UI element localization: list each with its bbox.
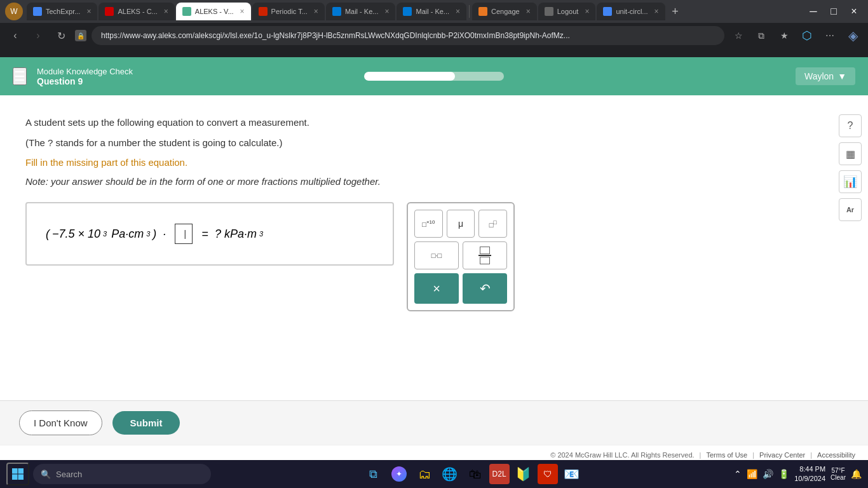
minimize-button[interactable]: ─	[804, 3, 822, 20]
taskview-button[interactable]: ⧉	[362, 463, 385, 485]
copilot-taskbar-button[interactable]: ✦	[388, 463, 410, 485]
superscript-button[interactable]: □□	[478, 210, 507, 238]
privacy-link[interactable]: Privacy Center	[759, 451, 805, 459]
close-button[interactable]: ×	[845, 3, 863, 20]
tab-groups-button[interactable]: ⧉	[752, 27, 770, 44]
tab-mail1[interactable]: Mail - Ke... ×	[326, 3, 396, 20]
tab-logout[interactable]: Logout ×	[538, 3, 596, 20]
svg-rect-3	[18, 475, 24, 480]
temperature: 57°F	[831, 467, 844, 474]
tab-close[interactable]: ×	[240, 7, 245, 16]
multiply-units-button[interactable]: □·□	[414, 241, 459, 269]
tab-cengage[interactable]: Cengage ×	[472, 3, 537, 20]
back-button[interactable]: ‹	[6, 27, 24, 44]
reload-button[interactable]: ↻	[52, 27, 70, 44]
tab-close[interactable]: ×	[384, 7, 389, 16]
weather-info: 57°F Clear	[831, 467, 846, 481]
mu-button[interactable]: μ	[447, 210, 475, 238]
start-button[interactable]	[6, 463, 29, 485]
submit-button[interactable]: Submit	[112, 411, 180, 435]
toolbar-row-1: □×10 μ □□	[414, 210, 507, 238]
tab-aleks-c[interactable]: ALEKS - C... ×	[98, 3, 174, 20]
file-explorer-button[interactable]: 🗂	[413, 463, 436, 485]
tab-close[interactable]: ×	[456, 7, 460, 16]
edge-browser-button[interactable]: 🌐	[438, 463, 461, 485]
menu-button[interactable]: ☰	[13, 67, 27, 85]
taskbar-apps: ⧉ ✦ 🗂 🌐 🛍 D2L 🔰 🛡 📧	[215, 463, 730, 485]
extra-app2[interactable]: 🔰	[512, 463, 535, 485]
svg-rect-0	[12, 468, 18, 474]
tab-periodic[interactable]: Periodic T... ×	[252, 3, 325, 20]
clear-button[interactable]: ×	[414, 273, 459, 304]
question-line1: A student sets up the following equation…	[25, 114, 843, 131]
user-menu-button[interactable]: Waylon ▼	[796, 67, 855, 85]
question-line3: Fill in the missing part of this equatio…	[25, 154, 843, 171]
extra-app3[interactable]: 🛡	[538, 464, 558, 484]
result-text: ? kPa·m	[215, 227, 257, 241]
extensions-button[interactable]: ⋯	[821, 27, 839, 44]
right-sidebar: ? ▦ 📊 Ar	[839, 114, 862, 221]
answer-input-box[interactable]	[175, 224, 193, 244]
search-icon: 🔍	[41, 470, 51, 479]
tab-close[interactable]: ×	[86, 7, 91, 16]
tab-aleks-v[interactable]: ALEKS - V... ×	[176, 3, 251, 20]
new-tab-button[interactable]: +	[667, 3, 684, 20]
footer-sep2: |	[752, 451, 754, 459]
tray-clock[interactable]: 8:44 PM 10/9/2024	[794, 464, 825, 484]
footer-sep1: |	[700, 451, 702, 459]
tray-volume-icon[interactable]: 🔊	[763, 469, 773, 479]
undo-button[interactable]: ↶	[463, 273, 507, 304]
terms-link[interactable]: Terms of Use	[706, 451, 747, 459]
star-button[interactable]: ☆	[729, 27, 747, 44]
tab-favicon	[478, 7, 487, 16]
chart-button[interactable]: 📊	[839, 170, 862, 193]
tab-label: ALEKS - V...	[195, 8, 234, 15]
tab-close[interactable]: ×	[654, 7, 659, 16]
x10-button[interactable]: □×10	[414, 210, 443, 238]
tab-unitcircle[interactable]: unit-circl... ×	[597, 3, 665, 20]
forward-button[interactable]: ›	[29, 27, 47, 44]
multiply-dot: ·	[163, 227, 166, 241]
lock-icon: 🔒	[75, 30, 86, 41]
math-toolbar: □×10 μ □□ □·□	[407, 202, 515, 311]
windows-icon	[11, 468, 24, 480]
tab-favicon	[403, 7, 412, 16]
notification-bell[interactable]: 🔔	[851, 469, 862, 479]
equals-sign: =	[201, 227, 208, 241]
tab-close[interactable]: ×	[526, 7, 531, 16]
tab-close[interactable]: ×	[164, 7, 168, 16]
math-expression: ( −7.5 × 103 Pa·cm3 ) · = ? kPa·m3	[46, 224, 263, 244]
tab-mail2[interactable]: Mail - Ke... ×	[397, 3, 466, 20]
calculator-icon: ▦	[846, 148, 855, 160]
question-line4: Note: your answer should be in the form …	[25, 173, 843, 190]
chart-icon: 📊	[843, 175, 857, 189]
equation-box[interactable]: ( −7.5 × 103 Pa·cm3 ) · = ? kPa·m3	[25, 202, 394, 266]
copilot-button[interactable]: ◈	[844, 27, 862, 44]
toolbar-row-2: □·□	[414, 241, 507, 269]
dont-know-button[interactable]: I Don't Know	[19, 410, 102, 435]
tray-network-icon[interactable]: 📶	[747, 469, 757, 479]
extra-app1[interactable]: D2L	[489, 464, 510, 484]
accessibility-link[interactable]: Accessibility	[817, 451, 855, 459]
main-content: A student sets up the following equation…	[0, 95, 868, 400]
svg-rect-2	[12, 475, 18, 480]
store-button[interactable]: 🛍	[464, 463, 487, 485]
tab-close[interactable]: ×	[314, 7, 318, 16]
tray-battery-icon[interactable]: 🔋	[778, 469, 789, 479]
calculator-button[interactable]: ▦	[839, 142, 862, 165]
profile-icon[interactable]: W	[5, 3, 23, 20]
extra-app4[interactable]: 📧	[560, 463, 583, 485]
dictionary-button[interactable]: Ar	[839, 198, 862, 221]
tab-close[interactable]: ×	[585, 7, 589, 16]
tab-label: TechExpr...	[46, 8, 80, 15]
bookmark-button[interactable]: ★	[775, 27, 793, 44]
tab-favicon	[603, 7, 612, 16]
profile-sync-button[interactable]: ⬡	[798, 27, 816, 44]
help-button[interactable]: ?	[839, 114, 862, 137]
tray-notification[interactable]: ⌃	[734, 469, 742, 479]
maximize-button[interactable]: □	[825, 3, 843, 20]
tab-techexpr[interactable]: TechExpr... ×	[27, 3, 97, 20]
taskbar-search[interactable]: 🔍 Search	[33, 464, 211, 484]
address-input[interactable]	[92, 26, 724, 45]
fraction-button[interactable]	[463, 241, 507, 269]
